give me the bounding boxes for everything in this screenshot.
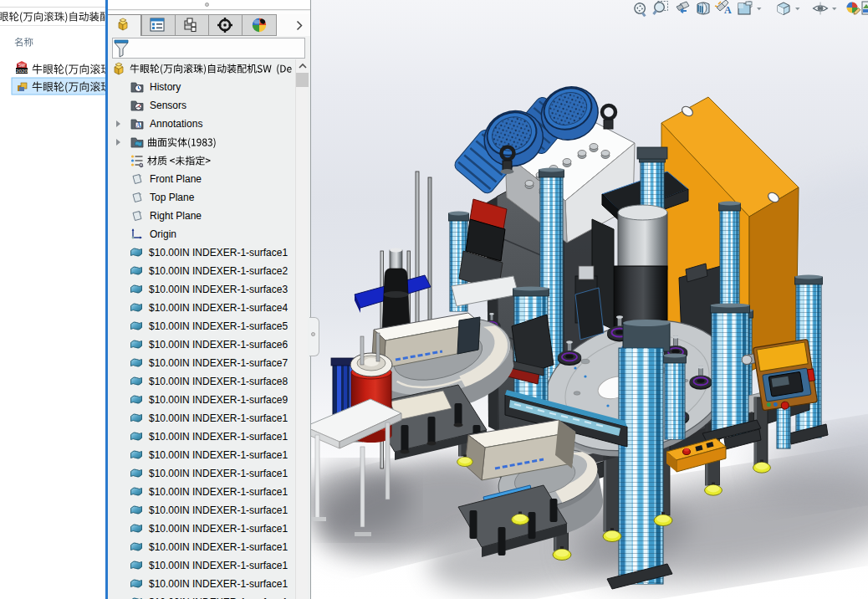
svg-text:$10.00IN INDEXER-1-surface1: $10.00IN INDEXER-1-surface1 <box>149 412 288 424</box>
svg-text:Annotations: Annotations <box>150 118 202 130</box>
svg-text:SW: SW <box>18 63 25 68</box>
svg-text:History: History <box>150 81 181 93</box>
svg-text:2020: 2020 <box>16 68 28 74</box>
svg-text:$10.00IN INDEXER-1-surface6: $10.00IN INDEXER-1-surface6 <box>149 339 288 351</box>
svg-text:Sensors: Sensors <box>150 100 186 111</box>
svg-text:$10.00IN INDEXER-1-surface5: $10.00IN INDEXER-1-surface5 <box>149 320 288 332</box>
svg-text:A: A <box>724 4 732 16</box>
svg-text:$10.00IN INDEXER-1-surface1: $10.00IN INDEXER-1-surface1 <box>149 486 288 498</box>
svg-text:$10.00IN INDEXER-1-surface7: $10.00IN INDEXER-1-surface7 <box>149 357 288 369</box>
svg-text:Right Plane: Right Plane <box>150 210 202 222</box>
svg-text:$10.00IN INDEXER-1-surface2: $10.00IN INDEXER-1-surface2 <box>149 265 288 277</box>
svg-text:$10.00IN INDEXER-1-surface1: $10.00IN INDEXER-1-surface1 <box>149 247 288 259</box>
svg-text:Origin: Origin <box>150 228 176 240</box>
svg-text:$10.00IN INDEXER-1-surface4: $10.00IN INDEXER-1-surface4 <box>149 302 288 314</box>
svg-text:$10.00IN INDEXER-1-surface1: $10.00IN INDEXER-1-surface1 <box>149 449 288 461</box>
svg-text:$10.00IN INDEXER-1-surface1: $10.00IN INDEXER-1-surface1 <box>149 523 288 535</box>
svg-text:$10.00IN INDEXER-1-surface1: $10.00IN INDEXER-1-surface1 <box>149 431 288 443</box>
svg-text:$10.00IN INDEXER-1-surface8: $10.00IN INDEXER-1-surface8 <box>149 376 288 387</box>
svg-text:$10.00IN INDEXER-1-surface1: $10.00IN INDEXER-1-surface1 <box>149 541 288 553</box>
svg-text:$10.00IN INDEXER-1-surface3: $10.00IN INDEXER-1-surface3 <box>149 284 288 295</box>
svg-text:Front Plane: Front Plane <box>150 173 202 185</box>
svg-text:$10.00IN INDEXER-1-surface1: $10.00IN INDEXER-1-surface1 <box>149 560 288 571</box>
svg-text:$10.00IN INDEXER-1-surface9: $10.00IN INDEXER-1-surface9 <box>149 394 288 406</box>
svg-text:$10.00IN INDEXER-1-surface1: $10.00IN INDEXER-1-surface1 <box>149 468 288 479</box>
svg-text:Top Plane: Top Plane <box>150 192 195 203</box>
svg-text:$10.00IN INDEXER-1-surface1: $10.00IN INDEXER-1-surface1 <box>149 578 288 590</box>
svg-text:$10.00IN INDEXER-1-surface1: $10.00IN INDEXER-1-surface1 <box>149 504 288 516</box>
